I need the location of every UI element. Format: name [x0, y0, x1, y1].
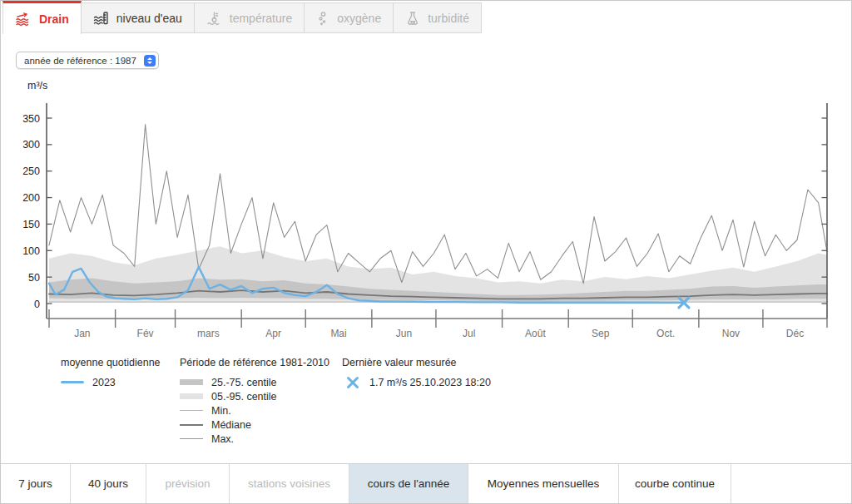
line-swatch-min: [180, 410, 203, 411]
parameter-tabbar: Drain niveau d'eau température: [2, 1, 482, 34]
line-swatch-max: [180, 438, 203, 439]
svg-text:Fév: Fév: [137, 328, 154, 339]
line-swatch-2023: [61, 381, 84, 383]
tab-drain[interactable]: Drain: [2, 1, 82, 34]
svg-text:Août: Août: [525, 328, 546, 339]
select-stepper-icon: [144, 55, 156, 67]
svg-text:Déc: Déc: [786, 328, 804, 339]
line-swatch-median: [180, 424, 203, 426]
x-marker-icon: [346, 376, 359, 389]
svg-text:mars: mars: [197, 328, 220, 339]
legend-last-measured: Dernière valeur mesurée 1.7 m³/s 25.10.2…: [342, 357, 491, 389]
tab-label: oxygène: [337, 12, 381, 25]
svg-text:0: 0: [34, 299, 40, 310]
band-swatch-05-95: [180, 393, 203, 399]
legend-item-label: 25.-75. centile: [211, 377, 277, 388]
button-stations-voisines: stations voisines: [230, 464, 349, 503]
button-7-jours[interactable]: 7 jours: [1, 464, 71, 503]
waves-arrow-icon: [15, 12, 32, 27]
svg-text:300: 300: [22, 139, 40, 151]
tab-label: niveau d'eau: [116, 12, 182, 25]
svg-text:250: 250: [22, 166, 40, 177]
button-courbe-continue[interactable]: courbe continue: [619, 464, 731, 503]
svg-text:Jul: Jul: [463, 328, 475, 339]
legend-item-label: Max.: [211, 433, 234, 445]
tab-niveau-eau[interactable]: niveau d'eau: [81, 2, 195, 33]
svg-text:350: 350: [22, 113, 40, 125]
y-axis-unit-label: m³/s: [27, 80, 47, 91]
legend-daily-mean: moyenne quotidienne 2023: [61, 357, 161, 389]
discharge-chart: 050100150200250300350JanFévmarsAprMaiJun…: [1, 94, 852, 343]
tab-oxygene: oxygène: [304, 2, 394, 33]
legend-reference-period: Période de référence 1981-2010 25.-75. c…: [180, 357, 329, 446]
svg-text:100: 100: [22, 245, 40, 257]
svg-text:Sep: Sep: [592, 328, 610, 339]
last-measured-value: 1.7 m³/s 25.10.2023 18:20: [369, 377, 491, 388]
button-40-jours[interactable]: 40 jours: [71, 464, 146, 503]
legend-item-label: Médiane: [211, 419, 251, 431]
svg-text:150: 150: [22, 219, 40, 230]
view-mode-toolbar: 7 jours 40 jours prévision stations vois…: [1, 463, 851, 503]
button-moyennes-mensuelles[interactable]: Moyennes mensuelles: [468, 464, 619, 503]
reference-year-value: année de référence : 1987: [24, 56, 136, 66]
flask-icon: [405, 11, 420, 26]
svg-text:Nov: Nov: [722, 328, 740, 339]
legend-item-label: 05.-95. centile: [211, 391, 277, 403]
tab-label: turbidité: [428, 12, 469, 25]
svg-text:Jan: Jan: [74, 328, 90, 339]
reference-year-select[interactable]: année de référence : 1987: [16, 52, 159, 69]
button-prevision: prévision: [146, 464, 230, 503]
waves-ruler-icon: [93, 11, 109, 26]
tab-label: Drain: [39, 12, 69, 26]
legend-2023-label: 2023: [92, 377, 116, 388]
legend-daily-mean-header: moyenne quotidienne: [61, 357, 161, 368]
legend-last-measured-header: Dernière valeur mesurée: [342, 357, 491, 368]
tab-temperature: température: [194, 2, 305, 33]
thermometer-waves-icon: [206, 11, 222, 26]
svg-text:200: 200: [22, 192, 40, 204]
toolbar-spacer: [731, 464, 851, 503]
svg-text:Mai: Mai: [330, 328, 346, 339]
legend-reference-period-header: Période de référence 1981-2010: [180, 357, 329, 368]
tab-label: température: [230, 12, 292, 25]
svg-text:Oct.: Oct.: [656, 328, 675, 339]
svg-text:Jun: Jun: [396, 328, 412, 339]
svg-text:Apr: Apr: [265, 328, 281, 339]
svg-text:50: 50: [28, 272, 40, 284]
bubbles-icon: [316, 11, 329, 26]
hydrology-station-page: Drain niveau d'eau température: [0, 0, 852, 504]
tab-turbidite: turbidité: [393, 2, 482, 33]
band-swatch-25-75: [180, 379, 203, 385]
legend-item-label: Min.: [211, 405, 231, 417]
button-cours-de-l-annee[interactable]: cours de l'année: [349, 464, 468, 503]
chart-area: 050100150200250300350JanFévmarsAprMaiJun…: [1, 94, 852, 343]
